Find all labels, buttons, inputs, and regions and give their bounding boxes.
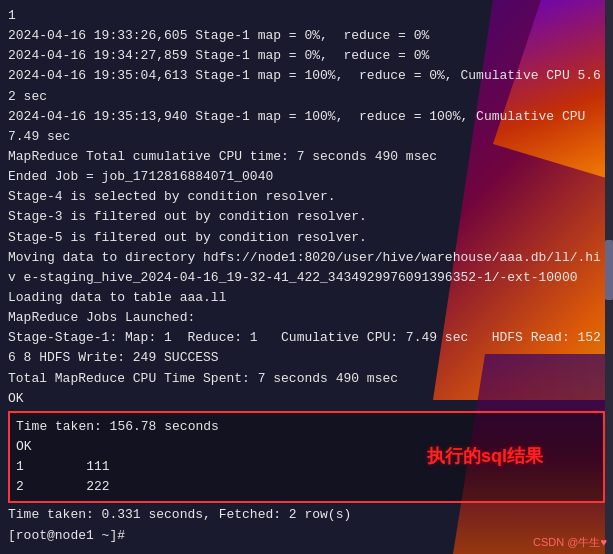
line-8: Stage-4 is selected by condition resolve… xyxy=(8,187,605,207)
line-11: Moving data to directory hdfs://node1:80… xyxy=(8,248,605,288)
line-16: OK xyxy=(8,389,605,409)
line-22: [root@node1 ~]# xyxy=(8,526,605,546)
line-17: Time taken: 156.78 seconds xyxy=(16,417,597,437)
line-19: 1 111 xyxy=(16,457,597,477)
line-13: MapReduce Jobs Launched: xyxy=(8,308,605,328)
line-5: 2024-04-16 19:35:13,940 Stage-1 map = 10… xyxy=(8,107,605,147)
line-15: Total MapReduce CPU Time Spent: 7 second… xyxy=(8,369,605,389)
line-7: Ended Job = job_1712816884071_0040 xyxy=(8,167,605,187)
line-1: 1 xyxy=(8,6,605,26)
line-6: MapReduce Total cumulative CPU time: 7 s… xyxy=(8,147,605,167)
watermark: CSDN @牛生♥ xyxy=(533,535,607,550)
line-21: Time taken: 0.331 seconds, Fetched: 2 ro… xyxy=(8,505,605,525)
line-9: Stage-3 is filtered out by condition res… xyxy=(8,207,605,227)
line-10: Stage-5 is filtered out by condition res… xyxy=(8,228,605,248)
terminal-output: 1 2024-04-16 19:33:26,605 Stage-1 map = … xyxy=(0,0,613,552)
line-2: 2024-04-16 19:33:26,605 Stage-1 map = 0%… xyxy=(8,26,605,46)
line-14: Stage-Stage-1: Map: 1 Reduce: 1 Cumulati… xyxy=(8,328,605,368)
line-4: 2024-04-16 19:35:04,613 Stage-1 map = 10… xyxy=(8,66,605,106)
line-3: 2024-04-16 19:34:27,859 Stage-1 map = 0%… xyxy=(8,46,605,66)
scrollbar[interactable] xyxy=(605,0,613,554)
line-12: Loading data to table aaa.ll xyxy=(8,288,605,308)
scrollbar-thumb[interactable] xyxy=(605,240,613,300)
line-18: OK xyxy=(16,437,597,457)
sql-result-box: Time taken: 156.78 seconds OK 1 111 2 22… xyxy=(8,411,605,504)
line-20: 2 222 xyxy=(16,477,597,497)
